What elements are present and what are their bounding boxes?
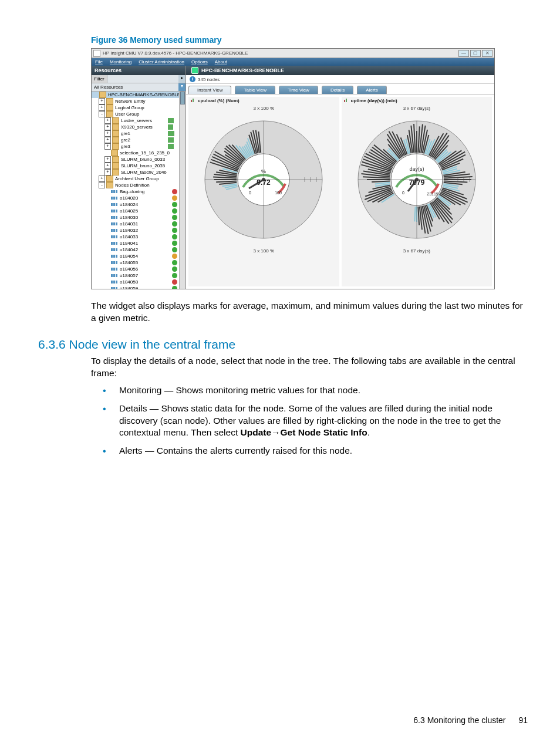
tree-row[interactable]: o184055 (92, 259, 185, 266)
tree-row[interactable]: +SLURM_bruno_0033 (92, 156, 185, 163)
gauge-uptime-scale-bottom: 3 x 67 day(s) (342, 247, 492, 255)
menu-monitoring[interactable]: Monitoring (110, 59, 131, 65)
menu-cluster-administration[interactable]: Cluster Administration (139, 59, 184, 65)
tree-row[interactable]: o184042 (92, 247, 185, 253)
tree-row[interactable]: +gre1 (92, 130, 185, 137)
folder-icon (106, 182, 113, 188)
footer-section: 6.3 Monitoring the cluster (413, 715, 505, 725)
menu-file[interactable]: File (95, 59, 103, 65)
tree-row[interactable]: -Nodes Definition (92, 182, 185, 188)
tree-row[interactable]: +Archived User Group (92, 175, 185, 182)
usage-bar (168, 124, 177, 130)
tree-row[interactable]: o184058 (92, 279, 185, 285)
tree-row[interactable]: o184033 (92, 234, 185, 240)
tree-row[interactable]: o184025 (92, 208, 185, 214)
tree-row[interactable]: +SLURM_taschv_2046 (92, 169, 185, 175)
expand-icon[interactable]: + (104, 137, 111, 143)
tab-details[interactable]: Details (322, 86, 353, 94)
status-badge (172, 286, 177, 289)
tabs-description-list: Monitoring — Shows monitoring metric val… (103, 384, 528, 458)
expand-icon[interactable]: + (99, 175, 105, 182)
app-logo-icon (93, 50, 100, 57)
tree-row[interactable]: +gre2 (92, 137, 185, 143)
folder-icon (111, 150, 118, 156)
close-button[interactable]: ✕ (482, 50, 492, 57)
nodes-count-row: i 345 nodes (186, 75, 494, 84)
tree-row[interactable]: +Lustre_servers (92, 117, 185, 124)
expand-icon[interactable]: + (104, 169, 111, 175)
main-breadcrumb: HPC-BENCHMARKS-GRENOBLE (201, 67, 284, 73)
window-title: HP Insight CMU V7.0.9.dev.4576 - HPC-BEN… (103, 50, 457, 56)
tab-table-view[interactable]: Table View (235, 86, 275, 94)
tree-row[interactable]: o184020 (92, 195, 185, 201)
tree-row[interactable]: o184057 (92, 272, 185, 279)
folder-icon (106, 98, 113, 104)
menu-about[interactable]: About (215, 59, 227, 65)
tree-item-label: o184059 (120, 285, 172, 289)
tree-row[interactable]: o184024 (92, 201, 185, 208)
filter-expand-icon[interactable]: ▸ (178, 75, 185, 83)
tree-row[interactable]: HPC-BENCHMARKS-GRENOBLE (92, 92, 185, 98)
collapse-icon[interactable]: - (99, 182, 105, 188)
tree-row[interactable]: Bag-cloning (92, 188, 185, 195)
expand-icon[interactable]: + (104, 117, 111, 124)
maximize-button[interactable]: ▢ (470, 50, 481, 57)
svg-text:0: 0 (249, 191, 251, 195)
expand-icon[interactable]: + (104, 163, 111, 169)
filter-label: Filter (92, 75, 107, 83)
tree-scrollbar[interactable] (179, 92, 185, 289)
tree-row[interactable]: o184032 (92, 227, 185, 234)
tree-row[interactable]: o184030 (92, 214, 185, 221)
tree-row[interactable]: o184031 (92, 221, 185, 227)
bars-icon (344, 98, 350, 102)
node-icon (111, 254, 118, 258)
section-heading-6-3-6: 6.3.6 Node view in the central frame (38, 337, 528, 352)
node-icon (111, 274, 118, 278)
main-header: HPC-BENCHMARKS-GRENOBLE (186, 66, 494, 75)
expand-icon[interactable]: + (104, 143, 111, 150)
collapse-icon[interactable]: - (99, 111, 105, 117)
tree-row[interactable]: +X9320_servers (92, 124, 185, 130)
status-badge (172, 247, 177, 252)
tree-row[interactable]: o184056 (92, 266, 185, 272)
usage-bar (168, 118, 177, 123)
gauge-cpuload-scale-bottom: 3 x 100 % (188, 247, 339, 255)
nodes-count-text: 345 nodes (198, 77, 220, 82)
tab-time-view[interactable]: Time View (279, 86, 318, 94)
tab-alerts[interactable]: Alerts (357, 86, 386, 94)
expand-icon[interactable]: + (104, 130, 111, 137)
tree-row[interactable]: selection_15_16_235_0 (92, 150, 185, 156)
tree-row[interactable]: +Network Entity (92, 98, 185, 104)
folder-icon (112, 163, 119, 169)
menu-options[interactable]: Options (191, 59, 208, 65)
main-panel: HPC-BENCHMARKS-GRENOBLE i 345 nodes Inst… (186, 66, 494, 289)
folder-icon (112, 137, 119, 143)
tree-row[interactable]: o184054 (92, 253, 185, 259)
folder-icon (106, 104, 113, 111)
tree-row[interactable]: +gre3 (92, 143, 185, 150)
usage-bar (168, 144, 177, 149)
tree-row[interactable]: o184059 (92, 285, 185, 289)
node-icon (111, 248, 118, 252)
allresources-dropdown-icon[interactable]: ▾ (178, 83, 185, 91)
resource-tree[interactable]: HPC-BENCHMARKS-GRENOBLE+Network Entity+L… (92, 92, 185, 289)
tree-row[interactable]: o184041 (92, 240, 185, 247)
expand-icon[interactable]: + (99, 104, 105, 111)
tree-row[interactable]: +Logical Group (92, 104, 185, 111)
status-badge (172, 215, 177, 220)
tab-instant-view[interactable]: Instant View (188, 86, 231, 94)
filter-input[interactable] (107, 75, 178, 83)
expand-icon[interactable]: + (104, 156, 111, 163)
bars-icon (191, 98, 197, 102)
folder-icon (99, 92, 106, 98)
status-badge (172, 241, 177, 246)
expand-icon[interactable]: + (104, 124, 111, 130)
minimize-button[interactable]: — (458, 50, 469, 57)
node-icon (111, 235, 118, 239)
figure-title: Figure 36 Memory used summary (32, 35, 528, 45)
tree-row[interactable]: +SLURM_bruno_2035 (92, 163, 185, 169)
node-icon (111, 286, 118, 289)
svg-line-109 (414, 207, 415, 221)
tree-row[interactable]: -User Group (92, 111, 185, 117)
expand-icon[interactable]: + (99, 98, 105, 104)
